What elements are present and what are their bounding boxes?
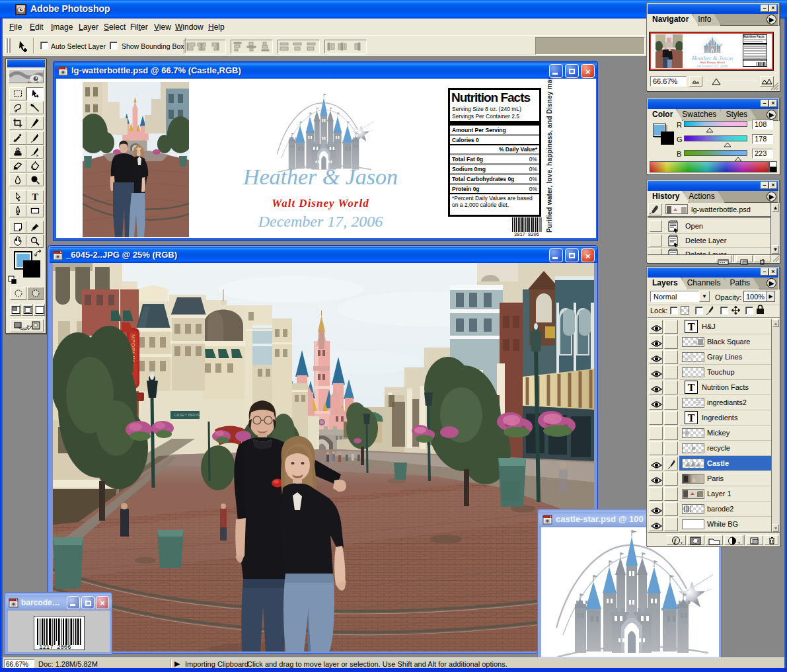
svg-text:1217 2006: 1217 2006 xyxy=(39,644,71,650)
svg-text:CASEY BROS: CASEY BROS xyxy=(174,413,200,417)
svg-text:f: f xyxy=(674,537,677,544)
svg-text:T: T xyxy=(32,192,39,202)
svg-text:3817 8206: 3817 8206 xyxy=(514,232,539,237)
